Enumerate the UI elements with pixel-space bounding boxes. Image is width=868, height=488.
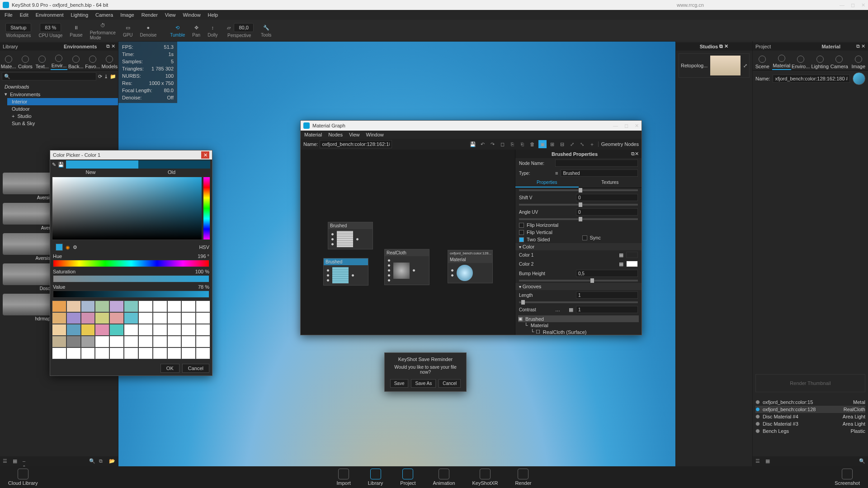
list-item[interactable]: Disc Material #3Area Light (755, 420, 865, 427)
tumble-icon[interactable]: ⟲ (174, 23, 182, 32)
palette-swatch[interactable] (138, 336, 153, 347)
keyshotxr-button[interactable]: KeyShotXR (468, 468, 503, 487)
mgraph-menu-window[interactable]: Window (366, 132, 384, 137)
palette-swatch[interactable] (167, 347, 182, 359)
import-icon[interactable]: ⤓ (104, 74, 108, 80)
close-icon[interactable]: ✕ (861, 43, 865, 49)
length-input[interactable] (576, 291, 638, 299)
palette-swatch[interactable] (181, 324, 196, 336)
tab-scene[interactable]: Scene (753, 51, 772, 70)
minimize-icon[interactable]: — (840, 2, 844, 8)
gear-icon[interactable]: ⚙ (73, 244, 77, 250)
screenshot-button[interactable]: Screenshot (830, 468, 864, 487)
cancel-button[interactable]: Cancel (439, 379, 461, 388)
type-select[interactable] (561, 169, 638, 177)
close-panel-icon[interactable]: ✕ (111, 43, 115, 49)
list-icon[interactable]: ☰ (755, 458, 762, 465)
palette-swatch[interactable] (153, 324, 167, 336)
palette-swatch[interactable] (196, 347, 210, 359)
tree-interior[interactable]: Interior (7, 98, 118, 105)
menu-render[interactable]: Render (142, 12, 158, 18)
perspective-field[interactable]: 80,0 (234, 23, 253, 32)
palette-swatch[interactable] (81, 336, 95, 347)
list-item[interactable]: Disc Material #4Area Light (755, 413, 865, 420)
undock-icon[interactable]: ⧉ (856, 43, 860, 49)
eyedropper-icon[interactable]: ✎ (52, 162, 56, 168)
studio-card[interactable]: Retopolog... ⤢ (679, 53, 750, 78)
tab-material[interactable]: Material (772, 51, 792, 70)
library-search-input[interactable] (2, 72, 96, 80)
filter-icon[interactable]: ⧉ (99, 458, 105, 465)
palette-swatch[interactable] (124, 300, 138, 312)
palette-swatch[interactable] (109, 336, 124, 347)
tab-backplates[interactable]: Back... (67, 51, 84, 70)
menu-file[interactable]: File (5, 12, 13, 18)
texture-icon[interactable]: ▦ (619, 252, 623, 258)
close-icon[interactable]: ✕ (201, 151, 209, 159)
redo-icon[interactable]: ↷ (489, 140, 497, 148)
saturation-slider[interactable] (53, 275, 209, 282)
list-item[interactable]: oxfjord_bench:color:15Metal (755, 399, 865, 406)
copy-icon[interactable]: ⎘ (509, 140, 517, 148)
tab-lighting[interactable]: Lighting (811, 51, 830, 70)
pan-icon[interactable]: ✥ (192, 23, 200, 32)
gpu-icon[interactable]: ▭ (124, 23, 132, 32)
pause-icon[interactable]: ⏸ (72, 23, 80, 32)
list-icon[interactable]: ☰ (3, 458, 9, 465)
material-swatch[interactable] (853, 72, 865, 85)
project-button[interactable]: Project (396, 468, 420, 487)
render-button[interactable]: Render (510, 468, 536, 487)
expand-icon[interactable]: ⤢ (568, 140, 576, 148)
palette-swatch[interactable] (124, 347, 138, 359)
palette-swatch[interactable] (109, 324, 124, 336)
palette-swatch[interactable] (138, 312, 153, 324)
palette-swatch[interactable] (109, 300, 124, 312)
tree-environments[interactable]: ▾ Environments (0, 90, 118, 98)
color-wheel-icon[interactable]: ◉ (66, 244, 70, 250)
folder-icon[interactable]: 📁 (110, 74, 116, 80)
palette-swatch[interactable] (153, 347, 167, 359)
color1-swatch[interactable] (626, 252, 638, 258)
palette-swatch[interactable] (196, 300, 210, 312)
palette-swatch[interactable] (181, 336, 196, 347)
delete-icon[interactable]: 🗑 (528, 140, 537, 148)
search-icon[interactable]: 🔍 (89, 458, 95, 465)
node-graph-canvas[interactable]: Brushed Brushed RealCloth oxfjord_bench:… (301, 150, 515, 335)
node-name-input[interactable] (555, 160, 638, 167)
minimize-icon[interactable]: — (613, 123, 618, 129)
palette-swatch[interactable] (95, 324, 109, 336)
tree-sunsky[interactable]: Sun & Sky (7, 120, 118, 127)
current-swatch[interactable] (56, 244, 63, 251)
length-slider[interactable] (519, 301, 638, 303)
palette-swatch[interactable] (81, 312, 95, 324)
tab-models[interactable]: Models (101, 51, 118, 70)
palette-swatch[interactable] (181, 300, 196, 312)
tab-camera[interactable]: Camera (830, 51, 849, 70)
palette-swatch[interactable] (81, 300, 95, 312)
menu-camera[interactable]: Camera (95, 12, 113, 18)
close-icon[interactable]: ✕ (635, 123, 639, 129)
palette-swatch[interactable] (124, 324, 138, 336)
color-picker-titlebar[interactable]: Color Picker - Color 1 ✕ (50, 150, 212, 160)
bump-slider[interactable] (519, 280, 638, 282)
palette-swatch[interactable] (66, 324, 81, 336)
palette-swatch[interactable] (167, 324, 182, 336)
save-as-button[interactable]: Save As (411, 379, 436, 388)
hue-strip[interactable] (203, 177, 210, 239)
angleuv-slider[interactable] (519, 218, 638, 220)
palette-swatch[interactable] (167, 300, 182, 312)
startup-dropdown[interactable]: Startup (5, 23, 31, 32)
grooves-section[interactable]: ▾ Grooves (515, 283, 642, 290)
geometry-nodes-label[interactable]: Geometry Nodes (598, 141, 639, 147)
denoise-icon[interactable]: ● (144, 23, 152, 32)
texture-icon[interactable]: ▦ (569, 307, 573, 313)
value-slider[interactable] (53, 291, 209, 298)
collapse-icon[interactable]: ⤡ (578, 140, 586, 148)
material-name-input[interactable] (773, 75, 850, 83)
tab-image[interactable]: Image (849, 51, 868, 70)
palette-swatch[interactable] (95, 347, 109, 359)
save-icon[interactable]: 💾 (469, 140, 477, 148)
sync-checkbox[interactable] (582, 235, 587, 240)
menu-environment[interactable]: Environment (36, 12, 64, 18)
palette-swatch[interactable] (52, 336, 66, 347)
